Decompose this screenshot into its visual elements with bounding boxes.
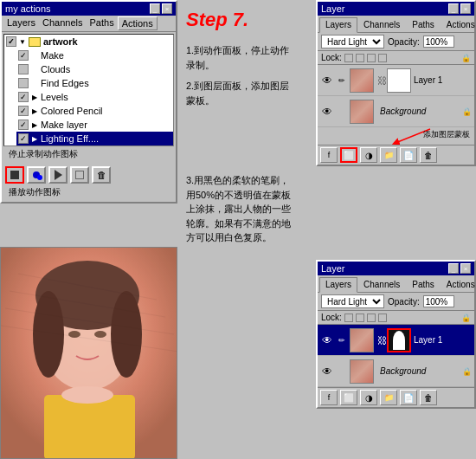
- layer1-bot-thumb-content: [351, 329, 373, 352]
- layers-top-close[interactable]: ×: [460, 3, 471, 14]
- layer-fx-bot-button[interactable]: f: [320, 390, 338, 405]
- action-lighting-eff[interactable]: ▶ Lighting Eff....: [16, 132, 173, 145]
- bg-top-brush-icon: [336, 106, 348, 118]
- opacity-label-bot: Opacity:: [388, 297, 420, 307]
- coloredpencil-triangle: ▶: [30, 107, 39, 115]
- make-label: Make: [41, 50, 64, 61]
- layers-top-title: Layer: [321, 3, 345, 14]
- lbot-tab-layers[interactable]: Layers: [319, 277, 357, 293]
- action-clouds[interactable]: Clouds: [16, 62, 173, 76]
- add-mask-button[interactable]: ⬜: [340, 147, 357, 163]
- makelayer-check[interactable]: [18, 120, 29, 130]
- bg-bot-brush-icon: [336, 365, 348, 378]
- layer-fx-button[interactable]: f: [320, 147, 338, 163]
- lock-check-2[interactable]: [356, 54, 364, 62]
- ltop-tab-paths[interactable]: Paths: [406, 17, 441, 32]
- lock-check-4[interactable]: [378, 54, 387, 62]
- layer1-bot-name: Layer 1: [414, 335, 472, 345]
- layers-top-controls: Hard Light Opacity:: [318, 33, 474, 51]
- play-button[interactable]: [48, 166, 68, 184]
- ltop-tab-channels[interactable]: Channels: [357, 17, 406, 32]
- ltop-tab-actions[interactable]: Actions: [441, 17, 476, 32]
- blend-mode-select-bot[interactable]: Hard Light: [321, 294, 384, 308]
- tab-actions[interactable]: Actions: [118, 16, 158, 30]
- delete-action-button[interactable]: 🗑: [92, 166, 111, 184]
- layers-top-minimize[interactable]: _: [448, 3, 459, 14]
- action-make-layer[interactable]: ▶ Make layer: [16, 118, 173, 132]
- layers-panel-top: Layer _ × Layers Channels Paths Actions …: [316, 0, 476, 166]
- layers-bottom-toolbar: f ⬜ ◑ 📁 📄 🗑: [318, 387, 474, 407]
- lock-bot-4[interactable]: [378, 314, 387, 322]
- lock-bot-3[interactable]: [367, 314, 376, 322]
- action-levels[interactable]: ▶ Levels: [16, 90, 173, 104]
- lbot-tab-paths[interactable]: Paths: [406, 277, 441, 292]
- lock-check-3[interactable]: [367, 54, 376, 62]
- levels-label: Levels: [41, 92, 68, 102]
- mask-figure: [393, 331, 405, 350]
- action-make[interactable]: Make: [16, 48, 173, 62]
- new-folder-button[interactable]: 📁: [380, 147, 397, 163]
- stop-button[interactable]: [5, 166, 24, 184]
- delete-layer-bot-button[interactable]: 🗑: [420, 390, 437, 405]
- action-find-edges[interactable]: Find Edges: [16, 76, 173, 90]
- coloredpencil-check[interactable]: [18, 106, 29, 116]
- add-mask-label: 添加图层蒙板: [423, 129, 470, 140]
- new-adj-bot-button[interactable]: ◑: [360, 390, 377, 405]
- tab-layers[interactable]: Layers: [3, 16, 39, 30]
- findedges-check[interactable]: [18, 78, 29, 88]
- layer-row-bg-top[interactable]: 👁 Background 🔒: [318, 96, 474, 127]
- layers-bottom-title-btns: _ ×: [448, 263, 471, 274]
- bg-bot-name: Background: [380, 366, 462, 376]
- tab-channels[interactable]: Channels: [39, 16, 86, 30]
- stop-icon: [10, 171, 19, 179]
- layer1-bot-thumb: [350, 328, 374, 352]
- clouds-check[interactable]: [18, 64, 29, 74]
- add-mask-bot-button[interactable]: ⬜: [340, 390, 357, 405]
- step-instruction-3: 3.用黑色的柔软的笔刷，用50%的不透明值在蒙板上涂抹，露出人物的一些轮廓。如果…: [186, 173, 299, 245]
- lbot-tab-actions[interactable]: Actions: [441, 277, 476, 292]
- record-button[interactable]: [27, 166, 46, 184]
- layer1-bot-eye-icon[interactable]: 👁: [320, 333, 334, 347]
- layers-bottom-minimize[interactable]: _: [448, 263, 459, 274]
- photo-container: [0, 247, 177, 459]
- blend-mode-select[interactable]: Hard Light: [321, 35, 384, 48]
- opacity-input-bot[interactable]: [423, 295, 454, 307]
- new-folder-bot-button[interactable]: 📁: [380, 390, 397, 405]
- artwork-folder-icon: [29, 37, 41, 47]
- make-check[interactable]: [18, 50, 29, 61]
- bg-top-name: Background: [380, 107, 462, 116]
- lock-bot-1[interactable]: [344, 314, 353, 322]
- layer-row-layer1-top[interactable]: 👁 ✏ ⛓ Layer 1: [318, 65, 474, 96]
- close-button[interactable]: ×: [162, 3, 172, 14]
- layer-row-layer1-bot[interactable]: 👁 ✏ ⛓ Layer 1: [318, 325, 474, 356]
- new-layer-button[interactable]: 📄: [400, 147, 417, 163]
- levels-check[interactable]: [18, 92, 29, 102]
- ltop-tab-layers[interactable]: Layers: [319, 17, 357, 33]
- lock-bot-2[interactable]: [356, 314, 364, 322]
- action-colored-pencil[interactable]: ▶ Colored Pencil: [16, 104, 173, 118]
- bg-bot-eye-icon[interactable]: 👁: [320, 365, 334, 378]
- opacity-input[interactable]: [423, 36, 454, 48]
- artwork-check[interactable]: [6, 36, 16, 47]
- layers-bottom-close[interactable]: ×: [460, 263, 471, 274]
- new-action-button[interactable]: [70, 166, 89, 184]
- layers-top-titlebar: Layer _ ×: [318, 2, 474, 16]
- layer1-top-link-icon: ⛓: [377, 68, 386, 93]
- layer1-top-eye-icon[interactable]: 👁: [320, 74, 334, 87]
- layer1-top-brush-icon: ✏: [336, 74, 348, 87]
- bg-top-eye-icon[interactable]: 👁: [320, 105, 334, 119]
- coloredpencil-label: Colored Pencil: [41, 106, 103, 116]
- step-title: Step 7.: [186, 9, 248, 31]
- lightingeff-check[interactable]: [18, 133, 29, 144]
- lock-bot-icon: 🔒: [461, 314, 471, 322]
- new-layer-bot-button[interactable]: 📄: [400, 390, 417, 405]
- new-adj-button[interactable]: ◑: [360, 147, 377, 163]
- delete-layer-button[interactable]: 🗑: [420, 147, 437, 163]
- play-label: 播放动作图标: [5, 186, 172, 198]
- action-group-artwork[interactable]: ▼ artwork: [4, 35, 173, 48]
- layer-row-bg-bot[interactable]: 👁 Background 🔒: [318, 356, 474, 387]
- lbot-tab-channels[interactable]: Channels: [357, 277, 406, 292]
- tab-paths[interactable]: Paths: [87, 16, 118, 30]
- lock-check-1[interactable]: [344, 54, 353, 62]
- minimize-button[interactable]: _: [150, 3, 160, 14]
